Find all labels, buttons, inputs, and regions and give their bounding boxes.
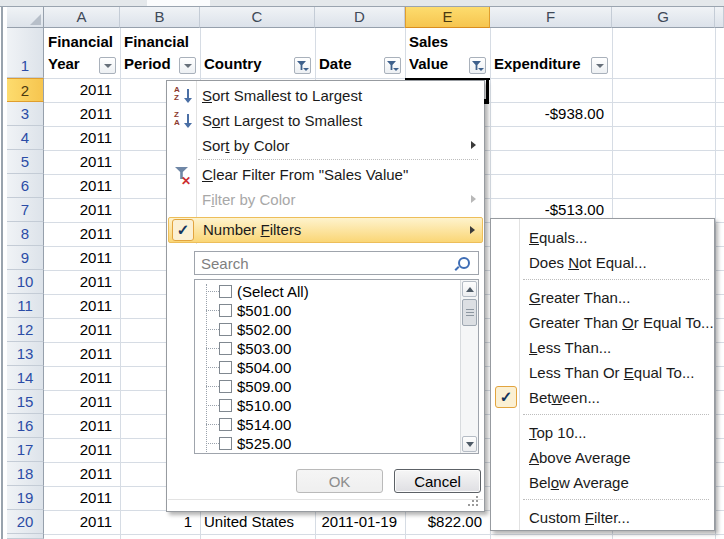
submenu-item-greater-than-or-equal-to[interactable]: Greater Than Or Equal To... xyxy=(492,310,713,335)
filter-button-F[interactable] xyxy=(591,57,608,74)
row-header-12[interactable]: 12 xyxy=(7,318,44,342)
value-item[interactable]: $502.00 xyxy=(195,320,455,339)
row-header-3[interactable]: 3 xyxy=(7,102,44,126)
row-header-7[interactable]: 7 xyxy=(7,198,44,222)
cell-A8[interactable]: 2011 xyxy=(44,222,120,246)
cell-A4[interactable]: 2011 xyxy=(44,126,120,150)
row-header-2[interactable]: 2 xyxy=(7,78,44,102)
value-item[interactable]: $503.00 xyxy=(195,339,455,358)
value-item[interactable]: $504.00 xyxy=(195,358,455,377)
cell-A6[interactable]: 2011 xyxy=(44,174,120,198)
submenu-item-does-not-equal[interactable]: Does Not Equal... xyxy=(492,250,713,275)
value-checkbox[interactable] xyxy=(219,380,232,393)
cell-A7[interactable]: 2011 xyxy=(44,198,120,222)
cell-C20[interactable]: United States xyxy=(200,510,315,534)
row-header-1[interactable]: 1 xyxy=(7,28,44,78)
row-header-13[interactable]: 13 xyxy=(7,342,44,366)
row-header-16[interactable]: 16 xyxy=(7,414,44,438)
row-header-11[interactable]: 11 xyxy=(7,294,44,318)
cell-A16[interactable]: 2011 xyxy=(44,414,120,438)
search-input[interactable] xyxy=(194,251,479,275)
cell-A2[interactable]: 2011 xyxy=(44,78,120,102)
resize-grip[interactable] xyxy=(468,496,480,508)
scroll-down-button[interactable] xyxy=(462,436,477,452)
submenu-item-between[interactable]: Between...✓ xyxy=(492,385,713,410)
submenu-item-custom-filter[interactable]: Custom Filter... xyxy=(492,505,713,530)
value-checkbox[interactable] xyxy=(219,323,232,336)
column-header-D[interactable]: D xyxy=(315,7,405,28)
row-header-9[interactable]: 9 xyxy=(7,246,44,270)
list-scrollbar[interactable] xyxy=(460,280,478,453)
value-checkbox[interactable] xyxy=(219,285,232,298)
column-header-G[interactable]: G xyxy=(612,7,715,28)
row-header-6[interactable]: 6 xyxy=(7,174,44,198)
menu-item-number-filters[interactable]: Number Filters✓ xyxy=(168,217,483,243)
cell-A5[interactable]: 2011 xyxy=(44,150,120,174)
submenu-item-below-average[interactable]: Below Average xyxy=(492,470,713,495)
column-header-A[interactable]: A xyxy=(44,7,120,28)
cell-A14[interactable]: 2011 xyxy=(44,366,120,390)
column-header-F[interactable]: F xyxy=(490,7,612,28)
filter-button-D[interactable] xyxy=(384,57,401,74)
cell-A18[interactable]: 2011 xyxy=(44,462,120,486)
cell-A13[interactable]: 2011 xyxy=(44,342,120,366)
select-all-corner[interactable] xyxy=(7,7,44,28)
cell-D20[interactable]: 2011-01-19 xyxy=(315,510,405,534)
filter-button-B[interactable] xyxy=(179,57,196,74)
value-checkbox[interactable] xyxy=(219,418,232,431)
menu-item-sort-largest-to-smallest[interactable]: Sort Largest to SmallestZ A xyxy=(168,108,483,133)
cell-E20[interactable]: $822.00 xyxy=(405,510,490,534)
value-checkbox[interactable] xyxy=(219,342,232,355)
cell-A12[interactable]: 2011 xyxy=(44,318,120,342)
cell-A11[interactable]: 2011 xyxy=(44,294,120,318)
filter-button-C[interactable] xyxy=(294,57,311,74)
ok-button[interactable]: OK xyxy=(296,469,383,493)
value-checkbox[interactable] xyxy=(219,399,232,412)
value-item[interactable]: (Select All) xyxy=(195,282,455,301)
value-checkbox[interactable] xyxy=(219,361,232,374)
cell-A3[interactable]: 2011 xyxy=(44,102,120,126)
cell-A10[interactable]: 2011 xyxy=(44,270,120,294)
submenu-item-less-than[interactable]: Less Than... xyxy=(492,335,713,360)
row-header-15[interactable]: 15 xyxy=(7,390,44,414)
row-header-8[interactable]: 8 xyxy=(7,222,44,246)
cell-A15[interactable]: 2011 xyxy=(44,390,120,414)
cancel-button[interactable]: Cancel xyxy=(394,469,481,493)
cell-A19[interactable]: 2011 xyxy=(44,486,120,510)
row-header-19[interactable]: 19 xyxy=(7,486,44,510)
column-header-C[interactable]: C xyxy=(200,7,315,28)
row-header-14[interactable]: 14 xyxy=(7,366,44,390)
submenu-item-greater-than[interactable]: Greater Than... xyxy=(492,285,713,310)
menu-item-clear-filter-from-sales-value[interactable]: Clear Filter From "Sales Value"✕ xyxy=(168,162,483,187)
row-header-18[interactable]: 18 xyxy=(7,462,44,486)
menu-item-sort-smallest-to-largest[interactable]: Sort Smallest to LargestA Z xyxy=(168,83,483,108)
row-header-4[interactable]: 4 xyxy=(7,126,44,150)
menu-item-filter-by-color[interactable]: Filter by Color xyxy=(168,187,483,212)
submenu-item-above-average[interactable]: Above Average xyxy=(492,445,713,470)
row-header-17[interactable]: 17 xyxy=(7,438,44,462)
filter-button-E[interactable] xyxy=(469,57,486,74)
value-item[interactable]: $525.00 xyxy=(195,434,455,453)
submenu-item-less-than-or-equal-to[interactable]: Less Than Or Equal To... xyxy=(492,360,713,385)
cell-F3[interactable]: -$938.00 xyxy=(490,102,612,126)
value-item[interactable]: $510.00 xyxy=(195,396,455,415)
scroll-thumb[interactable] xyxy=(462,299,477,326)
column-header-E[interactable]: E xyxy=(405,7,490,28)
row-header-5[interactable]: 5 xyxy=(7,150,44,174)
filter-button-A[interactable] xyxy=(99,57,116,74)
submenu-item-equals[interactable]: Equals... xyxy=(492,225,713,250)
value-item[interactable]: $514.00 xyxy=(195,415,455,434)
menu-item-sort-by-color[interactable]: Sort by Color xyxy=(168,133,483,158)
row-header-10[interactable]: 10 xyxy=(7,270,44,294)
value-item[interactable]: $501.00 xyxy=(195,301,455,320)
cell-A17[interactable]: 2011 xyxy=(44,438,120,462)
column-header-B[interactable]: B xyxy=(120,7,200,28)
cell-B20[interactable]: 1 xyxy=(120,510,200,534)
row-header-20[interactable]: 20 xyxy=(7,510,44,534)
value-checkbox[interactable] xyxy=(219,437,232,450)
cell-A9[interactable]: 2011 xyxy=(44,246,120,270)
cell-A20[interactable]: 2011 xyxy=(44,510,120,534)
value-item[interactable]: $509.00 xyxy=(195,377,455,396)
submenu-item-top-10[interactable]: Top 10... xyxy=(492,420,713,445)
scroll-up-button[interactable] xyxy=(462,281,477,297)
